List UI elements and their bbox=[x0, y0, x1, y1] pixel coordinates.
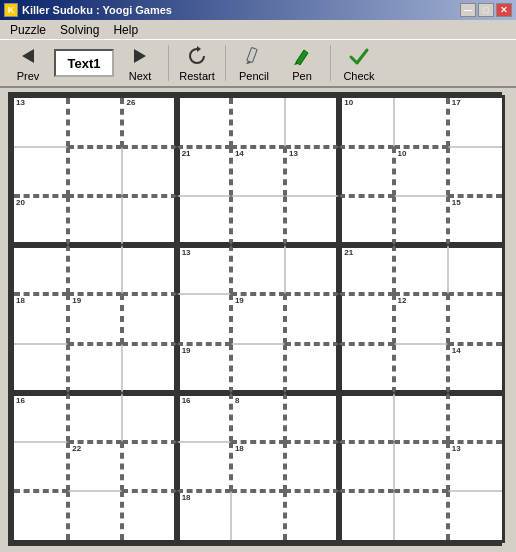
cell-0-2[interactable]: 26 bbox=[122, 98, 176, 147]
next-button[interactable]: Next bbox=[118, 42, 162, 84]
cell-3-7[interactable] bbox=[394, 245, 448, 294]
cell-8-1[interactable] bbox=[68, 491, 122, 540]
cell-6-6[interactable] bbox=[339, 393, 393, 442]
cell-4-4[interactable]: 19 bbox=[231, 294, 285, 343]
cell-3-1[interactable] bbox=[68, 245, 122, 294]
cell-4-2[interactable] bbox=[122, 294, 176, 343]
cage-label-5-3: 19 bbox=[182, 347, 191, 355]
cell-6-1[interactable] bbox=[68, 393, 122, 442]
cell-4-1[interactable]: 19 bbox=[68, 294, 122, 343]
cell-6-4[interactable]: 8 bbox=[231, 393, 285, 442]
cell-1-5[interactable]: 13 bbox=[285, 147, 339, 196]
prev-icon bbox=[16, 44, 40, 68]
cell-5-8[interactable]: 14 bbox=[448, 344, 502, 393]
cell-5-7[interactable] bbox=[394, 344, 448, 393]
cell-2-5[interactable] bbox=[285, 196, 339, 245]
cell-3-0[interactable] bbox=[14, 245, 68, 294]
cell-2-3[interactable] bbox=[177, 196, 231, 245]
cell-7-7[interactable] bbox=[394, 442, 448, 491]
cell-7-4[interactable]: 18 bbox=[231, 442, 285, 491]
cell-6-5[interactable] bbox=[285, 393, 339, 442]
prev-button[interactable]: Prev bbox=[6, 42, 50, 84]
cell-5-0[interactable] bbox=[14, 344, 68, 393]
cell-7-0[interactable] bbox=[14, 442, 68, 491]
cell-8-5[interactable] bbox=[285, 491, 339, 540]
cell-1-6[interactable] bbox=[339, 147, 393, 196]
cell-0-0[interactable]: 13 bbox=[14, 98, 68, 147]
cell-4-8[interactable] bbox=[448, 294, 502, 343]
cell-5-5[interactable] bbox=[285, 344, 339, 393]
cell-4-7[interactable]: 12 bbox=[394, 294, 448, 343]
cell-3-2[interactable] bbox=[122, 245, 176, 294]
cell-0-8[interactable]: 17 bbox=[448, 98, 502, 147]
cell-8-6[interactable] bbox=[339, 491, 393, 540]
prev-label: Prev bbox=[17, 70, 40, 82]
minimize-button[interactable]: — bbox=[460, 3, 476, 17]
cell-6-0[interactable]: 16 bbox=[14, 393, 68, 442]
cell-6-7[interactable] bbox=[394, 393, 448, 442]
cell-5-6[interactable] bbox=[339, 344, 393, 393]
cell-0-3[interactable] bbox=[177, 98, 231, 147]
cell-7-5[interactable] bbox=[285, 442, 339, 491]
cell-3-4[interactable] bbox=[231, 245, 285, 294]
cell-6-8[interactable] bbox=[448, 393, 502, 442]
toolbar: Prev Next Restart Pencil bbox=[0, 40, 516, 88]
cell-6-2[interactable] bbox=[122, 393, 176, 442]
check-button[interactable]: Check bbox=[337, 42, 381, 84]
cell-8-4[interactable] bbox=[231, 491, 285, 540]
cell-8-0[interactable] bbox=[14, 491, 68, 540]
cell-8-3[interactable]: 18 bbox=[177, 491, 231, 540]
cell-4-5[interactable] bbox=[285, 294, 339, 343]
puzzle-name-input[interactable] bbox=[54, 49, 114, 77]
cell-8-8[interactable] bbox=[448, 491, 502, 540]
cell-7-1[interactable]: 22 bbox=[68, 442, 122, 491]
cell-7-8[interactable]: 13 bbox=[448, 442, 502, 491]
cell-4-6[interactable] bbox=[339, 294, 393, 343]
pencil-label: Pencil bbox=[239, 70, 269, 82]
pen-button[interactable]: Pen bbox=[280, 42, 324, 84]
cell-4-3[interactable] bbox=[177, 294, 231, 343]
cell-2-7[interactable] bbox=[394, 196, 448, 245]
maximize-button[interactable]: □ bbox=[478, 3, 494, 17]
cell-2-6[interactable] bbox=[339, 196, 393, 245]
cell-1-7[interactable]: 10 bbox=[394, 147, 448, 196]
cell-1-1[interactable] bbox=[68, 147, 122, 196]
cell-2-0[interactable]: 20 bbox=[14, 196, 68, 245]
cell-6-3[interactable]: 16 bbox=[177, 393, 231, 442]
cell-0-7[interactable] bbox=[394, 98, 448, 147]
cell-1-0[interactable] bbox=[14, 147, 68, 196]
cell-5-2[interactable] bbox=[122, 344, 176, 393]
cell-1-8[interactable] bbox=[448, 147, 502, 196]
cell-1-3[interactable]: 21 bbox=[177, 147, 231, 196]
cell-7-3[interactable] bbox=[177, 442, 231, 491]
menu-help[interactable]: Help bbox=[107, 22, 144, 38]
cell-5-1[interactable] bbox=[68, 344, 122, 393]
cell-8-2[interactable] bbox=[122, 491, 176, 540]
cell-8-7[interactable] bbox=[394, 491, 448, 540]
cell-0-1[interactable] bbox=[68, 98, 122, 147]
close-button[interactable]: ✕ bbox=[496, 3, 512, 17]
cell-1-2[interactable] bbox=[122, 147, 176, 196]
menu-solving[interactable]: Solving bbox=[54, 22, 105, 38]
cell-0-4[interactable] bbox=[231, 98, 285, 147]
menu-puzzle[interactable]: Puzzle bbox=[4, 22, 52, 38]
cell-0-5[interactable] bbox=[285, 98, 339, 147]
cell-1-4[interactable]: 14 bbox=[231, 147, 285, 196]
cell-5-4[interactable] bbox=[231, 344, 285, 393]
main-content: 1326101721141310201513211819191219141616… bbox=[0, 88, 516, 552]
cell-2-2[interactable] bbox=[122, 196, 176, 245]
cell-2-8[interactable]: 15 bbox=[448, 196, 502, 245]
cell-4-0[interactable]: 18 bbox=[14, 294, 68, 343]
cell-5-3[interactable]: 19 bbox=[177, 344, 231, 393]
pencil-button[interactable]: Pencil bbox=[232, 42, 276, 84]
cell-7-2[interactable] bbox=[122, 442, 176, 491]
cell-3-5[interactable] bbox=[285, 245, 339, 294]
cell-7-6[interactable] bbox=[339, 442, 393, 491]
restart-button[interactable]: Restart bbox=[175, 42, 219, 84]
cell-3-3[interactable]: 13 bbox=[177, 245, 231, 294]
cell-3-8[interactable] bbox=[448, 245, 502, 294]
cell-0-6[interactable]: 10 bbox=[339, 98, 393, 147]
cell-2-1[interactable] bbox=[68, 196, 122, 245]
cell-3-6[interactable]: 21 bbox=[339, 245, 393, 294]
cell-2-4[interactable] bbox=[231, 196, 285, 245]
